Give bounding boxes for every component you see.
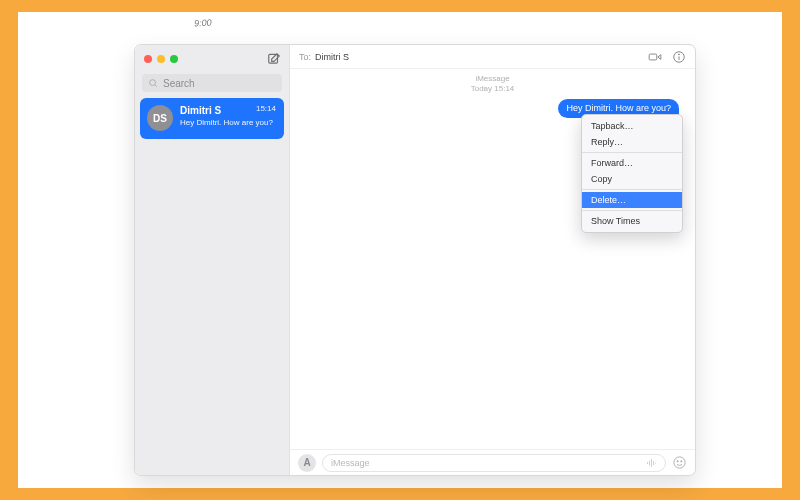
emoji-button[interactable] (672, 455, 687, 470)
sidebar: Search DS Dimitri S Hey Dimitri. How are… (135, 45, 290, 475)
conversation-row[interactable]: DS Dimitri S Hey Dimitri. How are you? 1… (140, 98, 284, 139)
svg-point-9 (681, 461, 682, 462)
close-window-button[interactable] (144, 55, 152, 63)
details-button[interactable] (672, 50, 686, 64)
message-context-menu: Tapback…Reply…Forward…CopyDelete…Show Ti… (581, 114, 683, 233)
compose-button[interactable] (267, 52, 281, 66)
message-thread: iMessage Today 15:14 Hey Dimitri. How ar… (290, 69, 695, 449)
search-placeholder: Search (163, 78, 195, 89)
facetime-button[interactable] (648, 50, 662, 64)
svg-point-8 (677, 461, 678, 462)
svg-point-6 (679, 53, 680, 54)
conversation-header: To: Dimitri S (290, 45, 695, 69)
svg-point-7 (674, 457, 685, 468)
avatar: DS (147, 105, 173, 131)
context-menu-separator (582, 210, 682, 211)
svg-line-2 (155, 85, 157, 87)
input-bar: A iMessage (290, 449, 695, 475)
context-menu-item-reply[interactable]: Reply… (582, 134, 682, 150)
context-menu-separator (582, 152, 682, 153)
messages-window: Search DS Dimitri S Hey Dimitri. How are… (134, 44, 696, 476)
context-menu-item-tapback[interactable]: Tapback… (582, 118, 682, 134)
dictation-icon[interactable] (645, 457, 657, 469)
menubar-clock: 9:00 (194, 18, 212, 29)
context-menu-item-copy[interactable]: Copy (582, 171, 682, 187)
fullscreen-window-button[interactable] (170, 55, 178, 63)
window-controls (144, 55, 178, 63)
svg-point-1 (150, 80, 156, 86)
svg-rect-3 (649, 54, 657, 60)
conversation-time: 15:14 (256, 104, 276, 113)
search-icon (148, 78, 158, 88)
apps-button[interactable]: A (298, 454, 316, 472)
search-input[interactable]: Search (142, 74, 282, 92)
minimize-window-button[interactable] (157, 55, 165, 63)
context-menu-item-delete[interactable]: Delete… (582, 192, 682, 208)
conversation-preview: Hey Dimitri. How are you? (180, 117, 277, 128)
message-input[interactable]: iMessage (322, 454, 666, 472)
thread-time-header: iMessage Today 15:14 (290, 69, 695, 94)
message-input-placeholder: iMessage (331, 458, 370, 468)
conversation-pane: To: Dimitri S iMessage Today 15:1 (290, 45, 695, 475)
context-menu-item-show-times[interactable]: Show Times (582, 213, 682, 229)
recipient-name: Dimitri S (315, 52, 349, 62)
context-menu-item-forward[interactable]: Forward… (582, 155, 682, 171)
desktop-stage: 9:00 VPN Search (18, 12, 782, 488)
to-label: To: (299, 52, 311, 62)
context-menu-separator (582, 189, 682, 190)
sidebar-top (135, 45, 289, 70)
